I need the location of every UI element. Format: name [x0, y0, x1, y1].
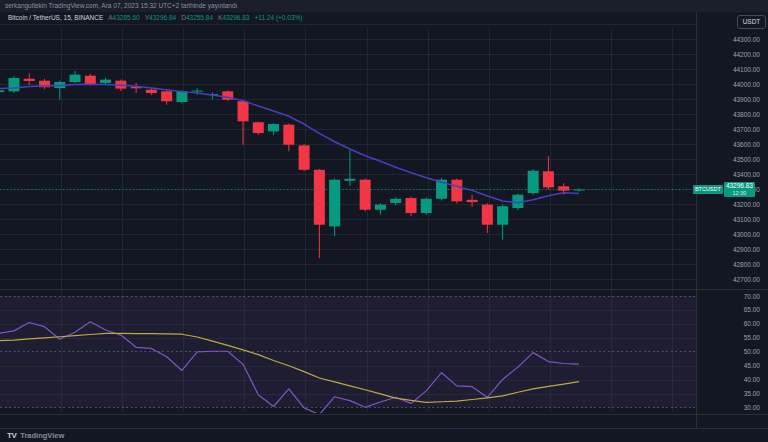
rsi-axis-label: 50.00 [744, 348, 760, 355]
rsi-axis-label: 30.00 [744, 404, 760, 411]
symbol-title[interactable]: Bitcoin / TetherUS, 15, BINANCE [8, 14, 103, 21]
open-value: 43285.60 [113, 14, 140, 21]
symbol-price-tag: BTCUSDT [693, 185, 723, 194]
price-axis-label: 43900.00 [733, 96, 760, 103]
price-axis-label: 43100.00 [733, 216, 760, 223]
time-axis[interactable]: 006:3007:0007:3008:0008:3009:0009:3010:0… [0, 414, 768, 428]
rsi-axis-label: 70.00 [744, 293, 760, 300]
close-value: 43296.83 [222, 14, 249, 21]
price-axis-label: 42700.00 [733, 276, 760, 283]
price-axis-label: 43600.00 [733, 141, 760, 148]
rsi-axis-label: 45.00 [744, 362, 760, 369]
low-value: 43255.84 [186, 14, 213, 21]
last-price-tag-group: BTCUSDT 43296.83 12:30 [693, 182, 755, 197]
footer-bar: TV TradingView [0, 428, 768, 442]
price-axis-label: 44000.00 [733, 81, 760, 88]
symbol-legend: Bitcoin / TetherUS, 15, BINANCEA43285.60… [8, 14, 302, 21]
rsi-axis-label: 60.00 [744, 320, 760, 327]
high-value: 43296.84 [149, 14, 176, 21]
chart-window: serkangultekin TradingView.com, Ara 07, … [0, 0, 768, 442]
price-axis-label: 42800.00 [733, 261, 760, 268]
rsi-axis-label: 40.00 [744, 376, 760, 383]
change-value: +11.24 (+0.03%) [255, 14, 303, 21]
currency-button[interactable]: USDT [737, 15, 766, 29]
last-price-tag: 43296.83 12:30 [724, 182, 755, 197]
price-axis-label: 42900.00 [733, 246, 760, 253]
tradingview-logo-icon[interactable]: TV [7, 431, 16, 440]
price-axis-label: 43500.00 [733, 156, 760, 163]
bar-countdown: 12:30 [726, 190, 753, 196]
price-axis-label: 44200.00 [733, 51, 760, 58]
last-price-value: 43296.83 [726, 183, 753, 190]
price-axis-label: 44100.00 [733, 66, 760, 73]
rsi-axis-label: 55.00 [744, 334, 760, 341]
rsi-axis-label: 65.00 [744, 306, 760, 313]
price-axis-label: 43400.00 [733, 171, 760, 178]
price-axis[interactable]: 44300.0044200.0044100.0044000.0043900.00… [696, 12, 768, 414]
price-axis-label: 43200.00 [733, 201, 760, 208]
candles-group [0, 71, 584, 258]
price-axis-label: 44300.00 [733, 36, 760, 43]
tradingview-brand-label[interactable]: TradingView [20, 431, 64, 440]
chart-canvas[interactable] [0, 0, 768, 442]
rsi-axis-label: 35.00 [744, 390, 760, 397]
price-axis-label: 43000.00 [733, 231, 760, 238]
price-axis-label: 43700.00 [733, 126, 760, 133]
price-axis-label: 43800.00 [733, 111, 760, 118]
